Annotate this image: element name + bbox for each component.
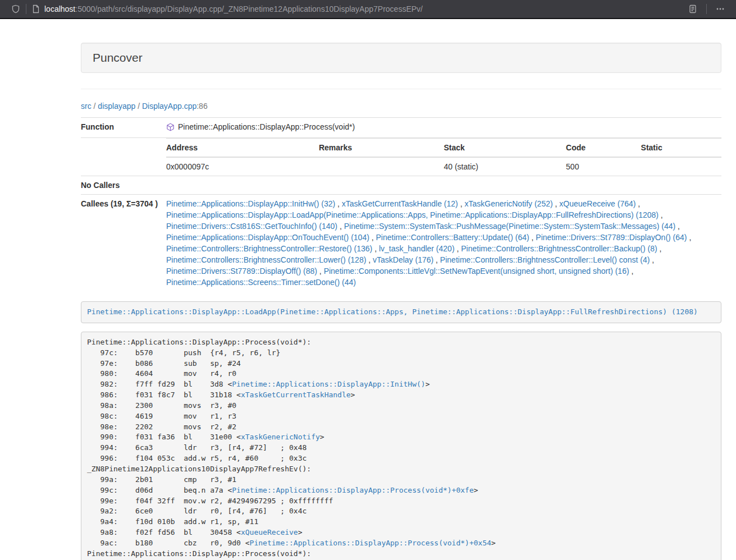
asm-text: 99c: d06d beq.n a7a < [87,486,232,494]
callee-link[interactable]: Pinetime::Drivers::Cst816S::GetTouchInfo… [166,222,337,231]
breadcrumb: src / displayapp / DisplayApp.cpp:86 [81,100,721,112]
callee-link[interactable]: Pinetime::Controllers::BrightnessControl… [440,255,650,264]
callee-separator: , [675,222,680,231]
remarks-value [319,157,444,176]
highlighted-callee-link[interactable]: Pinetime::Applications::DisplayApp::Load… [87,307,698,316]
url-path: :5000/path/src/displayapp/DisplayApp.cpp… [75,4,423,13]
asm-text: 980: 4604 mov r4, r0 [87,369,236,378]
breadcrumb-link-src[interactable]: src [81,102,92,111]
asm-text: 9a4: f10d 010b add.w r1, sp, #11 [87,517,258,526]
asm-text: > [491,539,496,547]
asm-text: Pinetime::Applications::DisplayApp::Proc… [87,338,311,346]
asm-text: 97e: b086 sub sp, #24 [87,359,241,368]
asm-symbol-link[interactable]: xTaskGenericNotify [241,433,320,441]
function-row: Function Pinetime::Applications::Display… [81,118,721,138]
callee-link[interactable]: Pinetime::Applications::DisplayApp::Init… [166,199,335,208]
breadcrumb-line-number: :86 [196,102,207,111]
asm-text: > [474,486,478,494]
callee-link[interactable]: Pinetime::Drivers::St7789::DisplayOff() … [166,267,317,276]
stack-value: 40 (static) [444,157,566,176]
asm-symbol-link[interactable]: Pinetime::Applications::DisplayApp::Proc… [250,539,491,547]
asm-text: 9a8: f02f fd56 bl 30458 < [87,528,241,536]
callee-separator: , [433,255,440,264]
callee-separator: , [455,244,461,253]
callee-link[interactable]: Pinetime::Controllers::BrightnessControl… [461,244,657,253]
shield-icon[interactable] [11,4,20,13]
asm-text: Pinetime::Applications::DisplayApp::Proc… [87,549,311,558]
callee-separator: , [337,222,344,231]
callee-link[interactable]: vTaskDelay (176) [373,255,433,264]
callee-link[interactable]: Pinetime::Components::LittleVgl::SetNewT… [324,267,629,276]
address-value: 0x0000097c [166,157,319,176]
callees-list: Pinetime::Applications::DisplayApp::Init… [166,195,721,292]
callee-link[interactable]: Pinetime::Applications::DisplayApp::Load… [166,210,659,219]
code-size-value: 500 [566,157,641,176]
callee-separator: , [317,267,324,276]
page-title: Puncover [93,51,710,65]
callee-separator: , [629,267,634,276]
divider [81,89,721,89]
reader-mode-icon[interactable] [685,3,701,15]
asm-text: 982: f7ff fd29 bl 3d8 < [87,380,232,388]
callee-separator: , [657,244,662,253]
callee-link[interactable]: Pinetime::System::SystemTask::PushMessag… [344,222,676,231]
highlighted-callee-box: Pinetime::Applications::DisplayApp::Load… [81,301,721,323]
col-header-remarks: Remarks [319,139,444,158]
asm-symbol-link[interactable]: xQueueReceive [241,528,298,536]
callers-row: No Callers [81,176,721,195]
asm-text: 9a2: 6ce0 ldr r0, [r4, #76] ; 0x4c [87,507,307,515]
asm-text: 990: f031 fa36 bl 31e00 < [87,433,241,441]
callee-link[interactable]: Pinetime::Drivers::St7789::DisplayOn() (… [536,233,687,242]
url-host: localhost [44,4,75,13]
page-icon[interactable] [32,4,40,13]
asm-symbol-link[interactable]: xTaskGetCurrentTaskHandle [241,391,351,399]
asm-text: 98e: 2202 movs r2, #2 [87,423,236,431]
browser-toolbar: localhost:5000/path/src/displayapp/Displ… [0,0,736,19]
callee-link[interactable]: xQueueReceive (764) [559,199,636,208]
asm-text: > [298,528,303,536]
asm-text: 98a: 2300 movs r3, #0 [87,401,236,410]
callee-separator: , [369,233,376,242]
asm-text: 9ac: b180 cbz r0, 9d0 < [87,539,250,547]
callee-separator: , [659,210,663,219]
callees-label: Callees (19, Σ=3704 ) [81,195,166,292]
asm-text: > [426,380,430,388]
callee-link[interactable]: xTaskGenericNotify (252) [464,199,552,208]
callee-link[interactable]: Pinetime::Controllers::BrightnessControl… [166,255,366,264]
asm-text: 98c: 4619 mov r1, r3 [87,412,236,420]
breadcrumb-separator: / [94,102,96,111]
callers-label: No Callers [81,176,166,195]
callee-separator: , [529,233,536,242]
address-bar[interactable]: localhost:5000/path/src/displayapp/Displ… [44,4,685,13]
asm-text: > [320,433,324,441]
asm-symbol-link[interactable]: Pinetime::Applications::DisplayApp::Proc… [232,486,473,494]
callee-link[interactable]: Pinetime::Applications::DisplayApp::OnTo… [166,233,369,242]
function-row-label: Function [81,118,166,138]
col-header-stack: Stack [444,139,566,158]
col-header-code: Code [566,139,641,158]
package-cube-icon [166,123,175,134]
col-header-address: Address [166,139,319,158]
callees-row: Callees (19, Σ=3704 ) Pinetime::Applicat… [81,195,721,292]
asm-symbol-link[interactable]: Pinetime::Applications::DisplayApp::Init… [232,380,425,388]
callee-link[interactable]: xTaskGetCurrentTaskHandle (12) [342,199,458,208]
metrics-table: Address Remarks Stack Code Static 0x0000… [166,138,721,176]
breadcrumb-separator: / [138,102,140,111]
callee-link[interactable]: Pinetime::Controllers::Battery::Update()… [376,233,529,242]
metrics-values-row: 0x0000097c 40 (static) 500 [166,157,721,176]
callee-link[interactable]: Pinetime::Controllers::BrightnessControl… [166,244,372,253]
callee-separator: , [372,244,379,253]
toolbar-divider-2 [706,4,707,14]
breadcrumb-link-displayapp[interactable]: displayapp [98,102,135,111]
breadcrumb-link-file[interactable]: DisplayApp.cpp [142,102,196,111]
asm-text: 996: f104 053c add.w r5, r4, #60 ; 0x3c [87,454,307,462]
disassembly-listing: Pinetime::Applications::DisplayApp::Proc… [81,332,721,560]
callee-separator: , [650,255,654,264]
col-header-static: Static [641,139,721,158]
function-metrics-row: Address Remarks Stack Code Static 0x0000… [81,138,721,176]
overflow-menu-icon[interactable] [712,3,728,15]
function-info-table: Function Pinetime::Applications::Display… [81,117,721,291]
callee-link[interactable]: lv_task_handler (420) [379,244,455,253]
callee-separator: , [553,199,560,208]
callee-link[interactable]: Pinetime::Applications::Screens::Timer::… [166,278,356,287]
